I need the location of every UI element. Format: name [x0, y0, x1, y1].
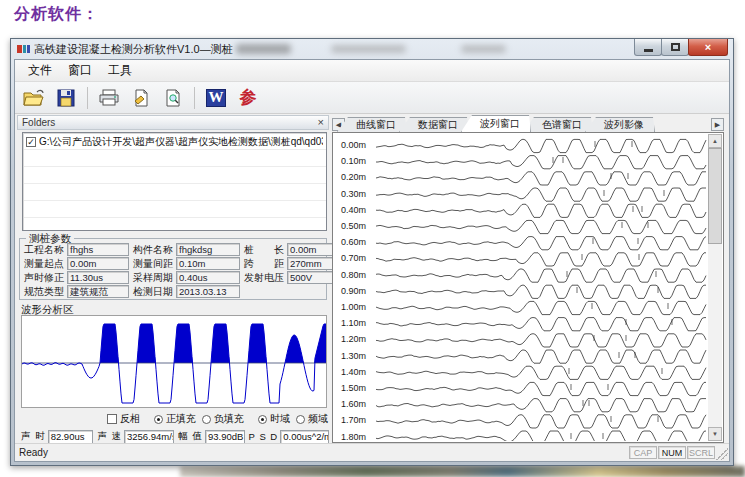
radio-off-icon — [202, 415, 211, 424]
print-button[interactable] — [96, 85, 122, 111]
scroll-up-icon[interactable]: ▲ — [708, 134, 722, 148]
scroll-indicator: SCRL — [687, 446, 715, 459]
toolbar-separator — [87, 87, 88, 109]
measure-start-field[interactable]: 0.00m — [67, 257, 129, 270]
maximize-button[interactable] — [661, 39, 689, 56]
parameters-button[interactable]: 参 — [235, 85, 261, 111]
amplitude-field[interactable]: 93.90dB — [205, 430, 245, 444]
field-label: 工程名称 — [24, 243, 64, 257]
page-heading: 分析软件： — [14, 4, 99, 25]
depth-label: 1.20m — [341, 334, 375, 344]
folders-list[interactable]: ✓ G:\公司产品设计开发\超声仪器\超声仪实地检测数据\测桩qd\qd03\q… — [22, 132, 327, 231]
psd-field[interactable]: 0.00us^2/m — [280, 430, 329, 444]
field-label: 检测日期 — [133, 285, 173, 299]
depth-label: 0.40m — [341, 205, 375, 215]
spec-type-select[interactable]: 建筑规范 — [67, 285, 129, 298]
print-setup-button[interactable] — [128, 85, 154, 111]
tab-wavetrain-image[interactable]: 波列影像 — [585, 117, 655, 132]
maximize-icon — [671, 43, 680, 51]
time-domain-radio[interactable]: 时域 — [258, 412, 290, 426]
sound-time-correction-field[interactable]: 11.30us — [67, 271, 129, 284]
depth-label: 0.20m — [341, 172, 375, 182]
minimize-button[interactable] — [634, 39, 662, 56]
desktop-background — [180, 466, 745, 477]
field-label: 构件名称 — [133, 243, 173, 257]
keyboard-indicators: CAP NUM SCRL — [629, 446, 715, 459]
tab-wavetrain-window[interactable]: 波列窗口 — [461, 115, 531, 132]
depth-label: 0.10m — [341, 156, 375, 166]
wave-train-panel[interactable]: 0.00m0.10m0.20m0.30m0.40m0.50m0.60m0.70m… — [332, 132, 724, 443]
menu-window[interactable]: 窗口 — [61, 60, 99, 81]
depth-label: 1.80m — [341, 432, 375, 441]
vertical-scrollbar[interactable]: ▲ ▼ — [708, 134, 722, 441]
amplitude-label: 幅 值 — [178, 430, 203, 443]
save-icon — [57, 89, 75, 107]
checkbox-icon — [107, 414, 117, 424]
folders-panel-header: Folders × — [17, 115, 329, 130]
tab-curve-window[interactable]: 曲线窗口 — [337, 117, 407, 132]
params-column-1: 工程名称fhghs 测量起点0.00m 声时修正11.30us 规范类型建筑规范 — [24, 243, 129, 297]
print-preview-button[interactable] — [160, 85, 186, 111]
project-name-field[interactable]: fhghs — [67, 243, 129, 256]
resize-grip[interactable] — [716, 448, 728, 460]
depth-label: 0.60m — [341, 237, 375, 247]
depth-label: 1.70m — [341, 415, 375, 425]
parameters-icon: 参 — [240, 86, 257, 109]
window-title: 高铁建设混凝土检测分析软件V1.0—测桩 — [34, 42, 233, 57]
component-name-field[interactable]: fhgkdsg — [176, 243, 240, 256]
folders-close-icon[interactable]: × — [318, 118, 324, 127]
depth-label: 0.50m — [341, 221, 375, 231]
sound-time-field[interactable]: 82.90us — [48, 430, 94, 444]
titlebar[interactable]: 高铁建设混凝土检测分析软件V1.0—测桩 × — [11, 39, 733, 59]
invert-checkbox[interactable]: 反相 — [107, 412, 140, 426]
test-date-field[interactable]: 2013.03.13 — [176, 285, 240, 298]
open-folder-icon — [23, 89, 45, 107]
psd-label: P S D — [249, 431, 279, 442]
page-tool-icon — [132, 89, 150, 107]
scrollbar-thumb[interactable] — [708, 148, 722, 244]
measurement-values-row: 声 时 82.90us 声 速 3256.94m/s 幅 值 93.90dB P… — [19, 429, 329, 444]
waveform-options-row: 反相 正填充 负填充 时域 频域 — [19, 412, 329, 426]
tab-scroll-right-icon[interactable]: ▶ — [711, 118, 724, 131]
fill-negative-radio[interactable]: 负填充 — [202, 412, 244, 426]
tab-data-window[interactable]: 数据窗口 — [399, 117, 469, 132]
params-column-2: 构件名称fhgkdsg 测量间距0.10m 采样周期0.40us 检测日期201… — [133, 243, 240, 297]
field-label: 测量间距 — [133, 257, 173, 271]
radio-on-icon — [154, 415, 163, 424]
save-button[interactable] — [53, 85, 79, 111]
field-label: 桩 长 — [244, 243, 284, 257]
scroll-down-icon[interactable]: ▼ — [708, 427, 722, 441]
field-label: 测量起点 — [24, 257, 64, 271]
field-label: 规范类型 — [24, 285, 64, 299]
window-controls: × — [635, 39, 728, 56]
page-magnifier-icon — [164, 89, 182, 107]
minimize-icon — [644, 49, 653, 52]
depth-label: 1.60m — [341, 399, 375, 409]
folders-title: Folders — [22, 117, 55, 128]
open-button[interactable] — [21, 85, 47, 111]
params-column-3: 桩 长0.00m 跨 距270mm 发射电压500V — [244, 243, 345, 297]
freq-domain-radio[interactable]: 频域 — [296, 412, 328, 426]
toolbar: W 参 — [15, 82, 729, 114]
depth-label: 0.90m — [341, 286, 375, 296]
fill-positive-radio[interactable]: 正填充 — [154, 412, 196, 426]
measure-spacing-field[interactable]: 0.10m — [176, 257, 240, 270]
left-panel: Folders × ✓ G:\公司产品设计开发\超声仪器\超声仪实地检测数据\测… — [17, 115, 329, 443]
sample-period-field[interactable]: 0.40us — [176, 271, 240, 284]
toolbar-separator — [194, 87, 195, 109]
field-label: 发射电压 — [244, 271, 284, 285]
folder-item[interactable]: ✓ G:\公司产品设计开发\超声仪器\超声仪实地检测数据\测桩qd\qd03\q… — [23, 133, 326, 149]
menu-file[interactable]: 文件 — [21, 60, 59, 81]
waveform-analysis-chart[interactable] — [21, 315, 327, 408]
depth-label: 1.10m — [341, 318, 375, 328]
app-window: 高铁建设混凝土检测分析软件V1.0—测桩 × 文件 窗口 工具 — [10, 38, 734, 466]
close-button[interactable]: × — [688, 39, 728, 56]
client-area: 文件 窗口 工具 — [14, 59, 730, 462]
word-export-button[interactable]: W — [203, 85, 229, 111]
caps-indicator: CAP — [629, 446, 657, 459]
menu-tools[interactable]: 工具 — [101, 60, 139, 81]
sound-speed-field[interactable]: 3256.94m/s — [124, 430, 174, 444]
field-label: 声时修正 — [24, 271, 64, 285]
checkbox-checked-icon[interactable]: ✓ — [26, 137, 36, 147]
tab-spectrum-window[interactable]: 色谱窗口 — [523, 117, 593, 132]
